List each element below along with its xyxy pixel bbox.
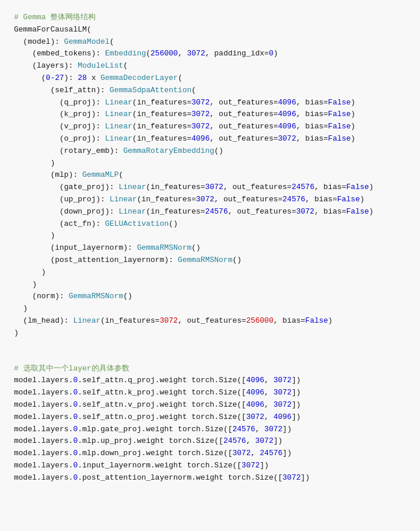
line-up-proj: (up_proj): Linear(in_features=3072, out_… xyxy=(14,194,406,206)
line-rotary-emb: (rotary_emb): GemmaRotaryEmbedding() xyxy=(14,145,406,158)
line-q-proj: (q_proj): Linear(in_features=3072, out_f… xyxy=(14,97,406,109)
line-norm: (norm): GemmaRMSNorm() xyxy=(14,291,406,303)
line-input-layernorm-weight: model.layers.0.input_layernorm.weight to… xyxy=(14,460,406,472)
code-container: # Gemma 整体网络结构 GemmaForCausalLM( (model)… xyxy=(0,0,420,531)
comment-network-structure: # Gemma 整体网络结构 xyxy=(14,12,406,24)
line-gemma-causal-lm: GemmaForCausalLM( xyxy=(14,24,406,36)
line-close-self-attn: ) xyxy=(14,158,406,170)
code-block: # Gemma 整体网络结构 GemmaForCausalLM( (model)… xyxy=(14,12,406,484)
line-down-proj: (down_proj): Linear(in_features=24576, o… xyxy=(14,206,406,218)
section-layer-params: # 选取其中一个layer的具体参数 model.layers.0.self_a… xyxy=(14,363,406,484)
line-close-root: ) xyxy=(14,327,406,340)
line-post-attn-layernorm-weight: model.layers.0.post_attention_layernorm.… xyxy=(14,472,406,484)
line-k-proj-weight: model.layers.0.self_attn.k_proj.weight t… xyxy=(14,387,406,399)
comment-layer-params: # 选取其中一个layer的具体参数 xyxy=(14,363,406,375)
section-divider xyxy=(14,351,406,363)
line-post-attn-layernorm: (post_attention_layernorm): GemmaRMSNorm… xyxy=(14,254,406,267)
section-network-structure: # Gemma 整体网络结构 GemmaForCausalLM( (model)… xyxy=(14,12,406,340)
line-o-proj: (o_proj): Linear(in_features=4096, out_f… xyxy=(14,133,406,145)
line-o-proj-weight: model.layers.0.self_attn.o_proj.weight t… xyxy=(14,411,406,424)
line-mlp: (mlp): GemmaMLP( xyxy=(14,169,406,181)
line-close-mlp: ) xyxy=(14,230,406,242)
line-gate-proj: (gate_proj): Linear(in_features=3072, ou… xyxy=(14,181,406,194)
line-0-27: (0-27): 28 x GemmaDecoderLayer( xyxy=(14,72,406,85)
line-model: (model): GemmaModel( xyxy=(14,36,406,48)
line-lm-head: (lm_head): Linear(in_features=3072, out_… xyxy=(14,315,406,327)
line-close-modulelist: ) xyxy=(14,279,406,291)
line-down-proj-weight: model.layers.0.mlp.down_proj.weight torc… xyxy=(14,448,406,460)
line-v-proj-weight: model.layers.0.self_attn.v_proj.weight t… xyxy=(14,399,406,411)
line-k-proj: (k_proj): Linear(in_features=3072, out_f… xyxy=(14,109,406,121)
line-self-attn: (self_attn): GemmaSdpaAttention( xyxy=(14,85,406,97)
line-input-layernorm: (input_layernorm): GemmaRMSNorm() xyxy=(14,242,406,254)
line-act-fn: (act_fn): GELUActivation() xyxy=(14,218,406,230)
line-close-gemmamodel: ) xyxy=(14,303,406,315)
line-up-proj-weight: model.layers.0.mlp.up_proj.weight torch.… xyxy=(14,435,406,448)
line-close-decoder: ) xyxy=(14,267,406,279)
line-embed-tokens: (embed_tokens): Embedding(256000, 3072, … xyxy=(14,48,406,60)
line-layers: (layers): ModuleList( xyxy=(14,60,406,72)
line-v-proj: (v_proj): Linear(in_features=3072, out_f… xyxy=(14,121,406,133)
line-q-proj-weight: model.layers.0.self_attn.q_proj.weight t… xyxy=(14,375,406,387)
line-gate-proj-weight: model.layers.0.mlp.gate_proj.weight torc… xyxy=(14,424,406,436)
